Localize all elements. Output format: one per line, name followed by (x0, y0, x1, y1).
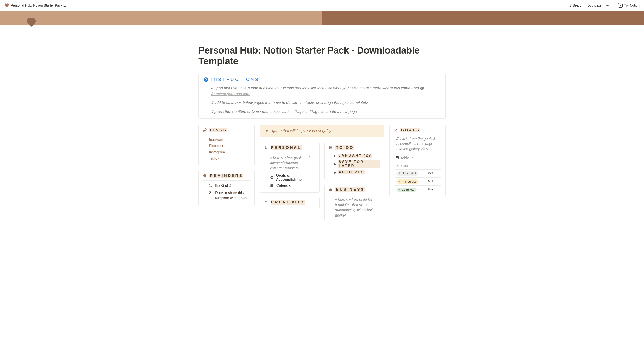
quote-text: quote that will inspire you everyday (272, 129, 332, 133)
instruction-line[interactable]: // upon first use, take a look at all th… (204, 85, 440, 97)
list-icon (329, 146, 333, 150)
instructions-label: INSTRUCTIONS (211, 77, 260, 82)
goals-label: GOALS (400, 128, 420, 132)
briefcase-icon (329, 188, 333, 192)
svg-point-2 (606, 5, 607, 6)
more-button[interactable] (605, 3, 610, 8)
svg-rect-18 (396, 157, 398, 159)
person-icon (264, 146, 268, 150)
status-column[interactable]: ✱ Status (394, 162, 426, 169)
ellipsis-icon (605, 3, 610, 8)
reminders-label: REMINDERS (210, 174, 243, 178)
personal-note[interactable]: // here's a free goals and accomplishmen… (264, 155, 315, 171)
arrow-up-circle-icon (270, 176, 274, 179)
middle-left: PERSONAL // here's a free goals and acco… (260, 142, 320, 225)
instruction-line[interactable]: // press the + button, or type / then se… (204, 109, 440, 115)
link-item[interactable]: TikTok (209, 157, 219, 160)
table-row[interactable]: Not started Rea (394, 170, 441, 178)
heart-icon (25, 15, 38, 28)
pin-icon (264, 129, 268, 133)
search-button[interactable]: Search (568, 3, 583, 7)
page-link-calendar[interactable]: Calendar (264, 183, 315, 188)
breadcrumb[interactable]: 🤎 Personal Hub: Notion Starter Pack ... (4, 3, 66, 8)
notion-logo-icon: N (618, 3, 623, 8)
svg-rect-7 (270, 184, 273, 187)
middle-column: quote that will inspire you everyday PER… (260, 125, 384, 225)
svg-point-14 (329, 147, 330, 147)
gumroad-link[interactable]: fromyeni.gumroad.com (211, 92, 250, 96)
middle-right: TO-DO ▶JANUARY '23 ▶SAVE FOR LATER ▶ARCH… (324, 142, 384, 225)
heart-icon: 🤎 (4, 3, 9, 8)
business-label: BUSINESS (336, 187, 365, 192)
thought-icon (203, 174, 207, 178)
instructions-callout: ? INSTRUCTIONS // upon first use, take a… (198, 73, 446, 119)
try-notion-button[interactable]: N Try Notion (618, 3, 640, 8)
reminder-item[interactable]: 2.Rate or share this template with other… (209, 190, 250, 201)
right-column: GOALS // this is from the goals & accomp… (390, 125, 446, 201)
page-title-breadcrumb: Personal Hub: Notion Starter Pack ... (11, 3, 66, 7)
links-card: LINKS fromyeni Pinterest Instagram TikTo… (198, 125, 254, 166)
svg-rect-17 (329, 189, 332, 191)
personal-card: PERSONAL // here's a free goals and acco… (260, 142, 320, 193)
business-card: BUSINESS // here's a free to do list tem… (324, 184, 384, 221)
todo-toggle[interactable]: ▶ARCHIVES (329, 170, 380, 174)
status-icon: ✱ (396, 164, 399, 168)
calendar-icon (270, 184, 274, 187)
link-list: fromyeni Pinterest Instagram TikTok (203, 138, 250, 161)
table-icon (396, 156, 399, 159)
duplicate-button[interactable]: Duplicate (587, 3, 602, 7)
personal-label: PERSONAL (270, 145, 302, 150)
view-selector[interactable]: Table (394, 154, 441, 162)
link-item[interactable]: fromyeni (209, 138, 223, 141)
topbar-actions: Search Duplicate N Try Notion (568, 3, 640, 8)
reminders-card: REMINDERS 1.Be Kind :) 2.Rate or share t… (198, 170, 254, 206)
goals-note[interactable]: // this is from the goals & accomplishme… (394, 136, 441, 152)
links-label: LINKS (210, 128, 228, 132)
svg-point-16 (329, 149, 330, 149)
search-icon (568, 3, 571, 7)
link-item[interactable]: Pinterest (209, 144, 223, 148)
triangle-right-icon: ▶ (334, 171, 336, 174)
goals-card: GOALS // this is from the goals & accomp… (390, 125, 446, 197)
cover-image (0, 11, 644, 25)
svg-point-15 (329, 148, 330, 148)
goals-table: ✱ Status Not started Rea In (394, 162, 441, 194)
left-column: LINKS fromyeni Pinterest Instagram TikTo… (198, 125, 254, 210)
table-row[interactable]: In progress Mal (394, 178, 441, 186)
quote-callout[interactable]: quote that will inspire you everyday (260, 125, 384, 137)
topbar: 🤎 Personal Hub: Notion Starter Pack ... … (0, 0, 644, 11)
todo-label: TO-DO (336, 145, 354, 150)
svg-point-5 (265, 146, 266, 148)
creativity-label: CREATIVITY (270, 200, 305, 205)
link-icon (203, 128, 207, 132)
instruction-line[interactable]: // add to each box below pages that have… (204, 100, 440, 106)
title-column[interactable] (426, 162, 441, 169)
svg-point-3 (607, 5, 608, 6)
link-item[interactable]: Instagram (209, 150, 225, 154)
triangle-right-icon: ▶ (334, 162, 336, 166)
svg-line-1 (570, 6, 571, 7)
svg-point-4 (609, 5, 610, 6)
page-link-goals[interactable]: Goals & Accomplishme... (264, 174, 315, 182)
todo-card: TO-DO ▶JANUARY '23 ▶SAVE FOR LATER ▶ARCH… (324, 142, 384, 180)
table-header: ✱ Status (394, 162, 441, 170)
svg-point-0 (568, 4, 570, 6)
page-content: Personal Hub: Notion Starter Pack - Down… (176, 25, 468, 234)
page-icon[interactable] (25, 15, 38, 28)
edit-icon (428, 164, 431, 167)
chevron-down-icon (411, 157, 413, 159)
bow-arrow-icon (394, 128, 398, 132)
sparkles-icon (264, 200, 268, 204)
business-note[interactable]: // here's a free to do list template - t… (329, 197, 380, 218)
todo-toggle[interactable]: ▶SAVE FOR LATER (329, 160, 380, 168)
triangle-right-icon: ▶ (334, 154, 336, 157)
reminder-item[interactable]: 1.Be Kind :) (209, 183, 250, 188)
table-row[interactable]: Complete Exe (394, 186, 441, 194)
info-icon: ? (204, 77, 208, 82)
page-title[interactable]: Personal Hub: Notion Starter Pack - Down… (198, 45, 446, 67)
creativity-card: CREATIVITY (260, 197, 320, 209)
todo-toggle[interactable]: ▶JANUARY '23 (329, 154, 380, 158)
